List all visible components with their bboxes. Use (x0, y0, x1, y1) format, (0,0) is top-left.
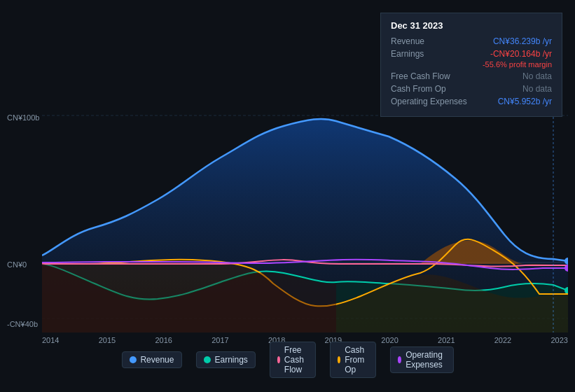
legend-label-fcf: Free Cash Flow (284, 345, 308, 374)
tooltip-row-opex: Operating Expenses CN¥5.952b /yr (391, 97, 552, 106)
legend-label-cashop: Cash From Op (345, 345, 368, 374)
tooltip-value-fcf: No data (522, 71, 552, 81)
legend-item-earnings[interactable]: Earnings (195, 351, 255, 368)
legend-label-earnings: Earnings (214, 355, 247, 365)
chart-container: Dec 31 2023 Revenue CN¥36.239b /yr Earni… (0, 0, 575, 392)
legend-item-fcf[interactable]: Free Cash Flow (270, 342, 316, 378)
x-label-2022: 2022 (494, 336, 511, 344)
tooltip-date: Dec 31 2023 (391, 20, 552, 31)
legend-dot-cashop (338, 356, 340, 363)
legend: Revenue Earnings Free Cash Flow Cash Fro… (121, 342, 453, 378)
tooltip-row-cashop: Cash From Op No data (391, 84, 552, 94)
legend-dot-revenue (129, 356, 136, 363)
x-label-2023: 2023 (550, 336, 567, 344)
tooltip-box: Dec 31 2023 Revenue CN¥36.239b /yr Earni… (380, 13, 562, 117)
legend-label-revenue: Revenue (140, 355, 174, 365)
tooltip-value-revenue: CN¥36.239b /yr (493, 36, 552, 46)
legend-dot-earnings (203, 356, 210, 363)
tooltip-row-revenue: Revenue CN¥36.239b /yr (391, 36, 552, 46)
tooltip-label-fcf: Free Cash Flow (391, 71, 468, 81)
profit-margin: -55.6% profit margin (391, 60, 552, 69)
tooltip-label-earnings: Earnings (391, 49, 468, 59)
tooltip-row-fcf: Free Cash Flow No data (391, 71, 552, 81)
legend-dot-opex (398, 356, 401, 363)
legend-item-cashop[interactable]: Cash From Op (330, 342, 376, 378)
tooltip-value-opex: CN¥5.952b /yr (498, 97, 552, 106)
chart-svg (42, 108, 568, 332)
tooltip-value-cashop: No data (522, 84, 552, 94)
legend-item-revenue[interactable]: Revenue (121, 351, 181, 368)
y-label-top: CN¥100b (7, 113, 39, 122)
x-label-2015: 2015 (99, 336, 116, 344)
legend-dot-fcf (277, 356, 280, 363)
tooltip-value-earnings: -CN¥20.164b /yr (490, 49, 552, 59)
tooltip-row-earnings: Earnings -CN¥20.164b /yr (391, 49, 552, 59)
y-label-mid: CN¥0 (7, 260, 27, 269)
y-label-bot: -CN¥40b (7, 320, 38, 328)
tooltip-label-cashop: Cash From Op (391, 84, 468, 94)
legend-item-opex[interactable]: Operating Expenses (390, 346, 454, 373)
tooltip-label-revenue: Revenue (391, 36, 468, 46)
x-label-2014: 2014 (42, 336, 59, 344)
tooltip-label-opex: Operating Expenses (391, 97, 468, 106)
legend-label-opex: Operating Expenses (406, 350, 445, 370)
